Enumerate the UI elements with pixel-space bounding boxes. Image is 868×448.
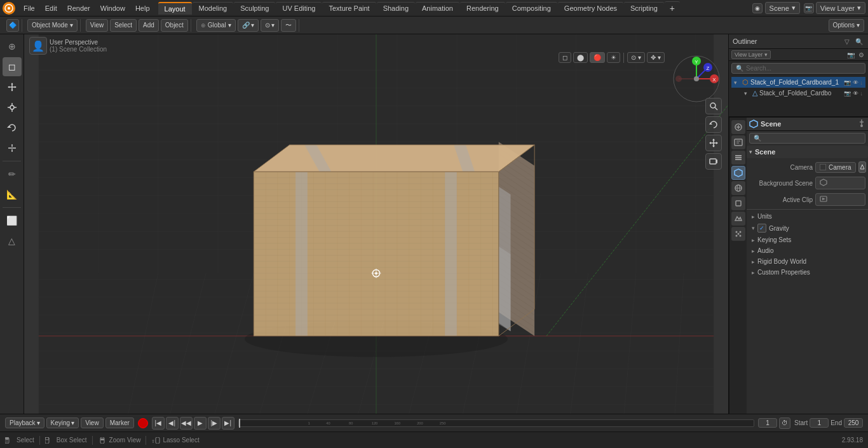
record-button[interactable] (138, 418, 148, 428)
menu-window[interactable]: Window (96, 3, 130, 13)
viewport-rotate-view-tool[interactable] (705, 116, 722, 133)
tab-layout[interactable]: Layout (158, 2, 192, 15)
outliner-filter-icon[interactable]: ▽ (842, 36, 852, 46)
snap-toggle[interactable]: 🔗 ▾ (238, 19, 259, 32)
mesh-restrict-icon[interactable]: ↓ (860, 90, 864, 97)
blender-icon-small[interactable]: 🔷 (6, 19, 19, 32)
units-item[interactable]: ▸ Units (747, 211, 868, 222)
viewport-camera-tool[interactable] (705, 153, 722, 170)
tab-scripting[interactable]: Scripting (624, 2, 664, 14)
viewport[interactable]: 👤 User Perspective (1) Scene Collection … (24, 34, 728, 414)
curve-toggle[interactable]: 〜 (281, 19, 296, 32)
proportional-toggle[interactable]: ⊙ ▾ (261, 19, 280, 32)
reverse-btn[interactable]: ◀◀ (180, 417, 193, 430)
object-mode-dropdown[interactable]: Object Mode ▾ (27, 19, 78, 32)
camera-switch-icon[interactable]: 📷 (804, 3, 814, 13)
tab-compositing[interactable]: Compositing (506, 2, 557, 14)
viewport-shading-wire[interactable]: ◻ (559, 52, 571, 63)
active-clip-value[interactable] (815, 193, 865, 206)
gizmo-toggle[interactable]: ✥ ▾ (647, 52, 665, 63)
tab-shading[interactable]: Shading (377, 2, 415, 14)
menu-help[interactable]: Help (131, 3, 154, 13)
particles-tab[interactable] (731, 227, 745, 241)
outliner-search-icon[interactable]: 🔍 (854, 36, 864, 46)
add-mesh-tool[interactable]: △ (3, 231, 22, 250)
audio-item[interactable]: ▸ Audio (747, 245, 868, 256)
outliner-view-btn[interactable]: View Layer ▾ (731, 50, 771, 59)
tab-rendering[interactable]: Rendering (460, 2, 505, 14)
start-frame-input[interactable]: 1 (810, 418, 829, 428)
camera-pick-btn[interactable] (858, 161, 866, 173)
outliner-camera-icon[interactable]: 📷 (846, 51, 856, 58)
tab-add[interactable]: + (665, 1, 680, 15)
mesh-camera-icon[interactable]: 📷 (844, 90, 851, 97)
menu-file[interactable]: File (19, 3, 39, 13)
rigid-body-item[interactable]: ▸ Rigid Body World (747, 256, 868, 267)
collection-hide-icon[interactable]: 👁 (853, 79, 858, 86)
select-menu-btn[interactable]: Select (110, 19, 137, 32)
mesh-item[interactable]: ▾ △ Stack_of_Folded_Cardbo 📷 👁 ↓ (731, 88, 865, 98)
background-scene-value[interactable] (815, 177, 865, 189)
viewport-shading-material[interactable]: 🔴 (590, 52, 605, 63)
viewport-mode-icon[interactable]: 👤 (29, 37, 47, 55)
render-props-tab[interactable] (731, 120, 745, 134)
view-layer-selector[interactable]: View Layer ▾ (816, 2, 865, 14)
jump-start-btn[interactable]: |◀ (152, 417, 165, 430)
camera-value[interactable]: Camera (815, 162, 856, 173)
scene-props-tab[interactable] (731, 166, 745, 180)
overlay-toggle[interactable]: ⊙ ▾ (627, 52, 645, 63)
add-menu-btn[interactable]: Add (139, 19, 159, 32)
viewport-zoom-tool[interactable] (705, 98, 722, 114)
tab-animation[interactable]: Animation (416, 2, 459, 14)
prev-frame-btn[interactable]: ◀| (166, 417, 179, 430)
cursor-tool[interactable]: ⊕ (3, 37, 22, 56)
viewport-shading-rendered[interactable]: ☀ (607, 52, 620, 63)
scale-tool[interactable] (3, 139, 22, 158)
options-dropdown[interactable]: Options ▾ (829, 19, 864, 32)
scene-section-header[interactable]: ▾ Scene (747, 146, 868, 158)
menu-edit[interactable]: Edit (41, 3, 62, 13)
collection-restrict-icon[interactable]: ↓ (860, 79, 864, 86)
outliner-filter-icon2[interactable]: ⚙ (857, 51, 865, 58)
keying-btn[interactable]: Keying ▾ (46, 417, 79, 428)
playback-btn[interactable]: Playback ▾ (5, 417, 44, 428)
viewport-shading-solid[interactable]: ⬤ (573, 52, 588, 63)
transform-dropdown[interactable]: ⊕ Global ▾ (196, 19, 236, 32)
object-props-tab[interactable] (731, 196, 745, 210)
view-menu-btn[interactable]: View (86, 19, 109, 32)
keying-sets-item[interactable]: ▸ Keying Sets (747, 234, 868, 245)
gravity-checkbox[interactable]: ✓ (757, 224, 766, 233)
props-pin-btn[interactable] (858, 119, 865, 128)
jump-end-btn[interactable]: ▶| (222, 417, 234, 430)
timeline-scrubber[interactable]: 1 40 80 120 160 200 250 (238, 419, 754, 427)
transform-tool[interactable] (3, 78, 22, 97)
tab-modeling[interactable]: Modeling (193, 2, 234, 14)
annotate-tool[interactable]: ✏ (3, 165, 22, 184)
custom-props-item[interactable]: ▸ Custom Properties (747, 267, 868, 278)
output-props-tab[interactable] (731, 135, 745, 149)
props-search-field[interactable]: 🔍 (749, 133, 865, 144)
tab-texture-paint[interactable]: Texture Paint (322, 2, 376, 14)
current-frame-input[interactable]: 1 (758, 418, 777, 428)
navigation-gizmo[interactable]: X Y Z (671, 53, 722, 104)
tab-geometry-nodes[interactable]: Geometry Nodes (558, 2, 623, 14)
frame-time-toggle[interactable]: ⏱ (779, 417, 790, 429)
marker-btn[interactable]: Marker (105, 417, 134, 428)
collection-item[interactable]: ▾ ⬡ Stack_of_Folded_Cardboard_1 📷 👁 ↓ (731, 77, 865, 88)
tab-sculpting[interactable]: Sculpting (234, 2, 275, 14)
end-frame-input[interactable]: 250 (844, 418, 863, 428)
rotate-tool[interactable] (3, 118, 22, 137)
mesh-hide-icon[interactable]: 👁 (853, 90, 858, 97)
tab-uv-editing[interactable]: UV Editing (276, 2, 322, 14)
world-props-tab[interactable] (731, 181, 745, 195)
view-layer-tab[interactable] (731, 151, 745, 165)
select-box-tool[interactable]: ◻ (3, 57, 22, 76)
outliner-search-field[interactable]: 🔍 Search... (731, 63, 865, 74)
play-btn[interactable]: ▶ (194, 417, 207, 430)
gravity-item[interactable]: ▾ ✓ Gravity (747, 222, 868, 234)
scene-selector[interactable]: Scene ▾ (765, 2, 800, 14)
modifier-tab[interactable] (731, 212, 745, 226)
activity-icon[interactable]: ◉ (752, 3, 763, 13)
collection-camera-icon[interactable]: 📷 (844, 79, 851, 86)
menu-render[interactable]: Render (63, 3, 95, 13)
